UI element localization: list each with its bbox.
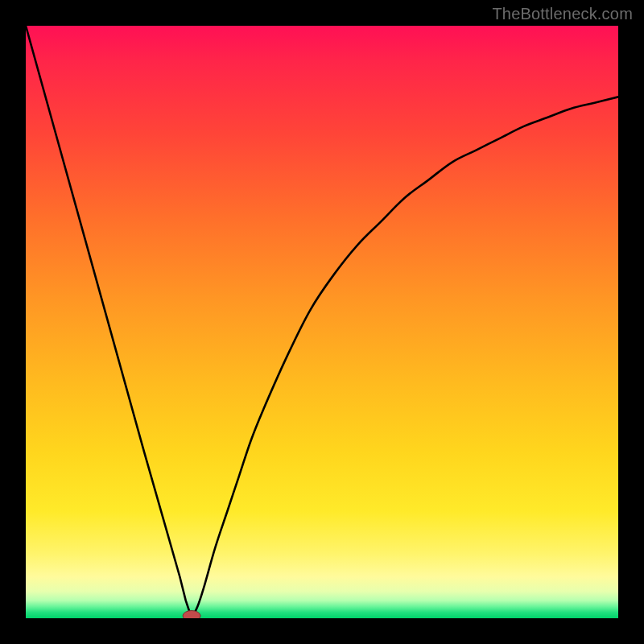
watermark-text: TheBottleneck.com [492,5,633,23]
bottleneck-curve-left [26,26,192,618]
bottleneck-curve-right [192,97,618,618]
plot-area [26,26,618,618]
chart-frame: TheBottleneck.com [0,0,644,644]
chart-svg [26,26,618,618]
minimum-marker [183,611,200,619]
